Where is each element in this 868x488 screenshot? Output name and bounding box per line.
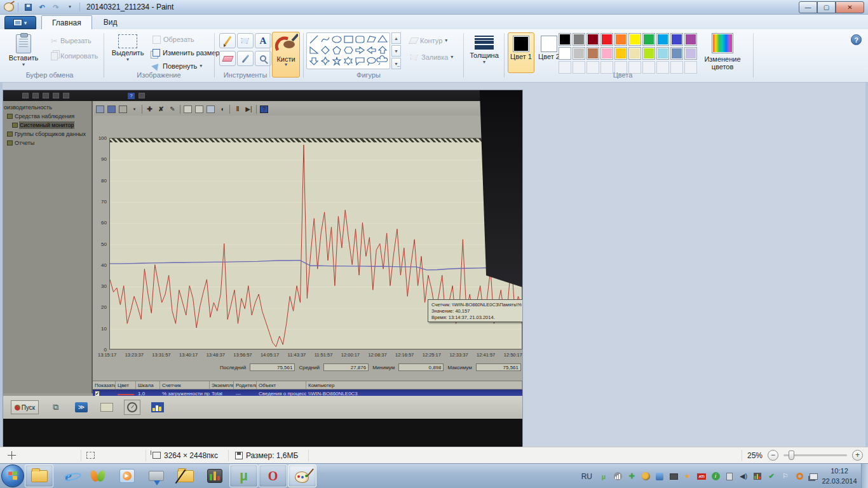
cut-button[interactable]: ✂ Вырезать: [51, 34, 92, 47]
palette-swatch[interactable]: [656, 33, 669, 46]
palette-swatch[interactable]: [559, 47, 571, 60]
taskbar-media-player-button[interactable]: ▶: [112, 464, 141, 487]
paint-app-icon[interactable]: [4, 3, 14, 11]
crop-button[interactable]: Обрезать: [153, 33, 194, 46]
color-picker-tool[interactable]: [237, 51, 254, 66]
tray-clipboard-icon[interactable]: [724, 471, 735, 482]
palette-swatch[interactable]: [670, 47, 683, 60]
taskbar-monitor-app-button[interactable]: [200, 464, 229, 487]
zoom-out-button[interactable]: −: [768, 450, 778, 461]
palette-swatch[interactable]: [628, 33, 641, 46]
taskbar-paint-button[interactable]: [288, 464, 316, 487]
palette-swatch[interactable]: [670, 33, 683, 46]
palette-swatch-empty[interactable]: [670, 61, 683, 74]
tree-item[interactable]: Средства наблюдения: [3, 112, 92, 121]
palette-swatch-empty[interactable]: [559, 61, 571, 74]
tray-volume-icon[interactable]: ◀): [738, 471, 749, 482]
tab-view[interactable]: Вид: [93, 15, 128, 29]
language-indicator[interactable]: RU: [581, 472, 592, 481]
column-header[interactable]: Экземпляр: [210, 381, 234, 389]
tree-item[interactable]: оизводительность: [3, 103, 92, 112]
minimize-button[interactable]: —: [799, 1, 817, 13]
tray-health-icon[interactable]: ✚: [627, 471, 637, 482]
redo-button[interactable]: ↷: [50, 2, 62, 12]
taskbar-explorer-button[interactable]: [25, 464, 53, 487]
help-icon[interactable]: ?: [851, 34, 862, 45]
taskbar-internet-explorer-button[interactable]: e: [54, 464, 83, 487]
palette-swatch[interactable]: [600, 33, 613, 46]
pencil-tool[interactable]: [219, 33, 236, 48]
paste-button[interactable]: Вставить ▾: [5, 31, 42, 73]
palette-swatch-empty[interactable]: [684, 61, 697, 74]
tray-agent-icon[interactable]: [641, 471, 651, 482]
rotate-button[interactable]: Повернуть ▾: [153, 60, 202, 72]
tray-signal-icon[interactable]: [613, 471, 623, 482]
palette-swatch[interactable]: [573, 47, 585, 60]
thickness-button[interactable]: Толщина ▾: [468, 31, 501, 73]
palette-swatch[interactable]: [684, 47, 697, 60]
zoom-slider[interactable]: [783, 454, 847, 456]
palette-swatch[interactable]: [587, 47, 599, 60]
tray-antivirus-icon[interactable]: ✔: [766, 471, 776, 482]
tray-network-icon[interactable]: [808, 471, 818, 482]
resize-button[interactable]: Изменить размер: [153, 46, 220, 59]
taskbar-download-manager-button[interactable]: [142, 464, 170, 487]
tray-app-ring-icon[interactable]: [794, 471, 804, 482]
eraser-tool[interactable]: [219, 51, 236, 66]
palette-swatch[interactable]: [642, 47, 655, 60]
close-button[interactable]: ✕: [836, 1, 864, 13]
tree-item[interactable]: Системный монитор: [3, 121, 92, 130]
shapes-scrollbar[interactable]: ▲ ▼ ▼̲: [391, 32, 401, 69]
tray-perfmon-icon[interactable]: [752, 471, 763, 482]
fill-tool[interactable]: [237, 33, 254, 48]
palette-swatch-empty[interactable]: [573, 61, 585, 74]
tray-display-icon[interactable]: [668, 471, 679, 482]
shapes-scroll-up-icon[interactable]: ▲: [391, 32, 401, 44]
column-header[interactable]: Шкала: [136, 381, 160, 389]
select-button[interactable]: Выделить ▾: [108, 31, 147, 73]
shape-outline-button[interactable]: Контур ▾: [410, 34, 447, 47]
shape-fill-button[interactable]: Заливка ▾: [410, 51, 453, 64]
edit-colors-button[interactable]: Изменение цветов: [702, 33, 743, 71]
tray-updater-icon[interactable]: [654, 471, 665, 482]
taskbar-messenger-button[interactable]: [83, 464, 112, 487]
palette-swatch[interactable]: [614, 33, 627, 46]
column-header[interactable]: Цвет: [116, 381, 136, 389]
tree-item[interactable]: Отчеты: [3, 139, 92, 147]
qat-customize-button[interactable]: ▾: [64, 2, 76, 12]
tray-action-center-icon[interactable]: ⚐: [780, 471, 790, 482]
taskbar-utorrent-button[interactable]: µ: [229, 464, 258, 487]
palette-swatch[interactable]: [587, 33, 599, 46]
paint-menu-button[interactable]: ▾: [4, 16, 36, 29]
maximize-button[interactable]: ▢: [817, 1, 836, 13]
shapes-expand-icon[interactable]: ▼̲: [391, 58, 401, 69]
tray-star-icon[interactable]: ★: [682, 471, 693, 482]
start-button[interactable]: [1, 464, 24, 487]
clock[interactable]: 10:12 22.03.2014: [820, 466, 859, 486]
tray-info-icon[interactable]: i: [710, 471, 721, 482]
zoom-in-button[interactable]: +: [852, 450, 863, 461]
palette-swatch[interactable]: [642, 33, 655, 46]
tree-item[interactable]: Группы сборщиков данных: [3, 130, 92, 139]
save-button[interactable]: [22, 2, 34, 12]
show-desktop-button[interactable]: [861, 464, 868, 488]
canvas-area[interactable]: ? оизводительностьСредства наблюденияСис…: [0, 83, 868, 447]
palette-swatch[interactable]: [600, 47, 613, 60]
palette-swatch[interactable]: [573, 33, 585, 46]
taskbar-image-tool-button[interactable]: [171, 464, 200, 487]
undo-button[interactable]: ↶: [36, 2, 48, 12]
palette-swatch[interactable]: [559, 33, 571, 46]
palette-swatch[interactable]: [614, 47, 627, 60]
taskbar-opera-button[interactable]: O: [259, 464, 287, 487]
tab-home[interactable]: Главная: [41, 15, 92, 29]
palette-swatch[interactable]: [628, 47, 641, 60]
tray-ati-icon[interactable]: ATI: [696, 471, 707, 482]
shapes-gallery[interactable]: [306, 32, 390, 69]
palette-swatch[interactable]: [684, 33, 697, 46]
column-header[interactable]: Родитель: [234, 381, 257, 389]
tray-utorrent-icon[interactable]: µ: [599, 471, 609, 482]
column-header[interactable]: Объект: [257, 381, 306, 389]
copy-button[interactable]: Копировать: [51, 50, 98, 62]
zoom-slider-thumb[interactable]: [789, 451, 794, 460]
brushes-button[interactable]: Кисти ▾: [272, 32, 300, 78]
